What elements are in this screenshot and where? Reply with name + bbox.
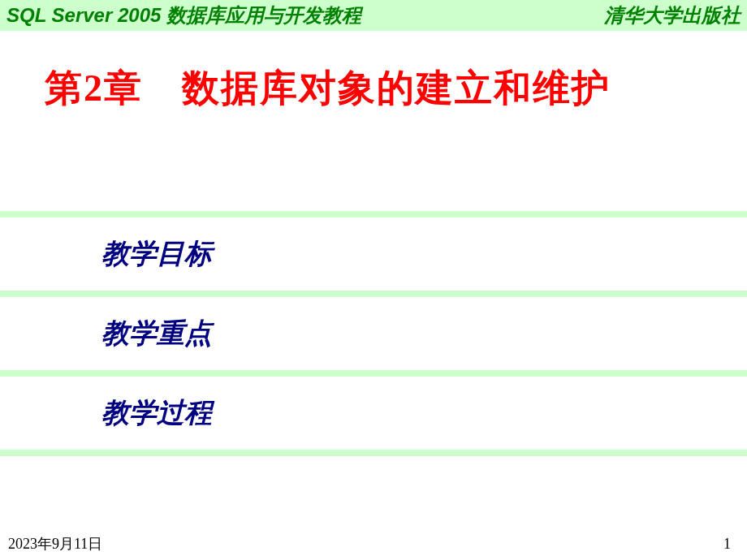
footer-date: 2023年9月11日 bbox=[8, 534, 102, 554]
footer-page-number: 1 bbox=[723, 536, 731, 553]
footer: 2023年9月11日 1 bbox=[0, 534, 747, 554]
section-item-focus: 教学重点 bbox=[101, 315, 747, 352]
header-title-right: 清华大学出版社 bbox=[604, 2, 741, 28]
decor-band-2 bbox=[0, 291, 747, 297]
section-item-goal: 教学目标 bbox=[101, 235, 747, 273]
decor-band-1 bbox=[0, 211, 747, 218]
header-bar: SQL Server 2005 数据库应用与开发教程 清华大学出版社 bbox=[0, 0, 747, 31]
decor-band-4 bbox=[0, 450, 747, 456]
header-title-left: SQL Server 2005 数据库应用与开发教程 bbox=[6, 2, 361, 28]
decor-band-3 bbox=[0, 370, 747, 377]
section-item-process: 教学过程 bbox=[101, 394, 747, 432]
chapter-title: 第2章 数据库对象的建立和维护 bbox=[45, 63, 747, 114]
